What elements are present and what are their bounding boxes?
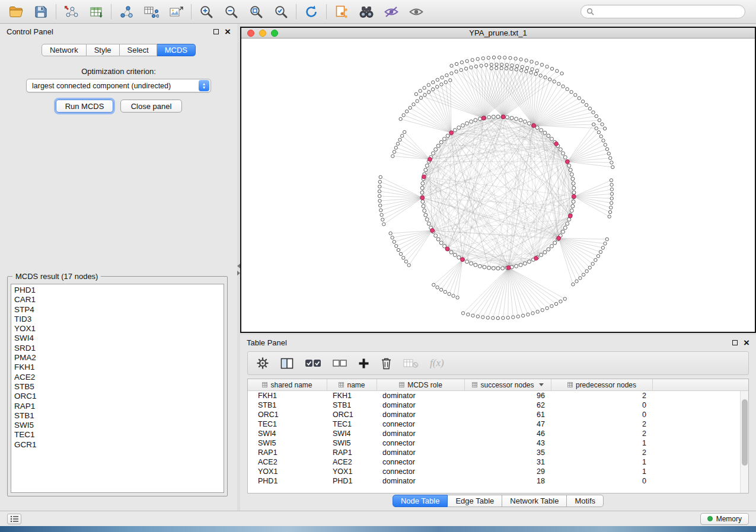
- close-panel-icon[interactable]: ×: [744, 339, 749, 346]
- tab-style[interactable]: Style: [87, 44, 120, 56]
- table-tab-node-table[interactable]: Node Table: [393, 495, 448, 507]
- column-header-shared-name[interactable]: shared name: [248, 379, 327, 390]
- result-node-item[interactable]: SRD1: [14, 344, 224, 353]
- save-session-button[interactable]: [28, 2, 53, 21]
- search-input[interactable]: [598, 8, 739, 16]
- column-header-predecessor-nodes[interactable]: predecessor nodes: [551, 379, 653, 390]
- mcds-result-list[interactable]: PHD1CAR1STP4TID3YOX1SWI4SRD1PMA2FKH1ACE2…: [11, 284, 224, 493]
- float-panel-icon[interactable]: [213, 29, 219, 34]
- table-cell: 31: [465, 457, 551, 467]
- traffic-light-close[interactable]: [247, 30, 254, 37]
- table-cell: connector: [377, 438, 465, 448]
- apply-layout-button[interactable]: [299, 2, 324, 21]
- tab-network[interactable]: Network: [42, 44, 87, 56]
- table-row[interactable]: YOX1YOX1connector291: [248, 467, 748, 476]
- result-node-item[interactable]: ORC1: [14, 392, 224, 401]
- result-node-item[interactable]: ACE2: [14, 373, 224, 382]
- export-image-icon: [169, 5, 184, 18]
- tab-mcds[interactable]: MCDS: [157, 44, 196, 56]
- result-node-item[interactable]: SWI5: [14, 421, 224, 430]
- table-settings-button[interactable]: [256, 357, 269, 370]
- traffic-light-zoom[interactable]: [271, 30, 278, 37]
- traffic-light-minimize[interactable]: [259, 30, 266, 37]
- result-node-item[interactable]: STB1: [14, 411, 224, 421]
- close-panel-icon[interactable]: ×: [225, 28, 231, 35]
- clone-network-button[interactable]: [329, 2, 354, 21]
- result-node-item[interactable]: FKH1: [14, 363, 224, 372]
- table-tab-motifs[interactable]: Motifs: [567, 495, 604, 507]
- scrollbar-thumb[interactable]: [742, 399, 748, 466]
- import-network-button[interactable]: [59, 2, 84, 21]
- result-node-item[interactable]: TID3: [14, 315, 224, 324]
- memory-button[interactable]: Memory: [700, 513, 749, 525]
- table-cell: 2: [551, 391, 653, 400]
- table-network-icon: [143, 5, 159, 18]
- result-node-item[interactable]: PHD1: [14, 286, 224, 295]
- show-elements-button[interactable]: [404, 2, 429, 21]
- table-cell: connector: [377, 467, 465, 476]
- zoom-selected-button[interactable]: [269, 2, 294, 21]
- zoom-in-button[interactable]: [194, 2, 219, 21]
- import-table-button[interactable]: [84, 2, 109, 21]
- result-node-item[interactable]: YOX1: [14, 324, 224, 334]
- table-cell: TEC1: [327, 419, 377, 429]
- criterion-dropdown[interactable]: largest connected component (undirected)…: [26, 79, 211, 92]
- result-node-item[interactable]: SWI4: [14, 334, 224, 343]
- network-from-table-button[interactable]: [139, 2, 164, 21]
- tab-select[interactable]: Select: [120, 44, 157, 56]
- zoom-out-button[interactable]: [219, 2, 244, 21]
- result-node-item[interactable]: TEC1: [14, 430, 224, 440]
- result-node-item[interactable]: GCR1: [14, 440, 224, 450]
- new-network-button[interactable]: [114, 2, 139, 21]
- result-node-item[interactable]: PMA2: [14, 353, 224, 363]
- node-table: shared namenameMCDS rolesuccessor nodesp…: [247, 379, 749, 493]
- table-row[interactable]: ORC1ORC1dominator610: [248, 410, 748, 419]
- table-row[interactable]: SWI4SWI4dominator462: [248, 429, 748, 438]
- float-panel-icon[interactable]: [732, 340, 738, 345]
- status-menu-button[interactable]: [7, 514, 21, 524]
- function-builder-button: f(x): [430, 357, 444, 369]
- column-header-MCDS-role[interactable]: MCDS role: [377, 379, 465, 390]
- table-cell: 61: [465, 410, 551, 419]
- table-scrollbar[interactable]: [740, 391, 748, 493]
- search-box[interactable]: [580, 5, 745, 18]
- table-row[interactable]: RAP1RAP1dominator352: [248, 448, 748, 457]
- show-columns-button[interactable]: [280, 358, 294, 369]
- network-graph[interactable]: [241, 39, 755, 330]
- deselect-all-button[interactable]: [333, 359, 347, 368]
- column-header-name[interactable]: name: [327, 379, 377, 390]
- table-row[interactable]: TEC1TEC1connector472: [248, 419, 748, 429]
- table-disabled-icon: [403, 358, 419, 368]
- result-node-item[interactable]: STB5: [14, 382, 224, 392]
- select-all-button[interactable]: [305, 358, 321, 368]
- delete-column-button[interactable]: [381, 357, 392, 370]
- network-window: YPA_prune.txt_1: [240, 27, 756, 333]
- network-titlebar[interactable]: YPA_prune.txt_1: [241, 28, 755, 39]
- close-panel-button[interactable]: Close panel: [120, 100, 182, 113]
- zoom-in-icon: [199, 5, 213, 19]
- table-cell: dominator: [377, 429, 465, 438]
- table-tab-edge-table[interactable]: Edge Table: [448, 495, 502, 507]
- table-tab-network-table[interactable]: Network Table: [502, 495, 567, 507]
- result-node-item[interactable]: CAR1: [14, 295, 224, 305]
- export-image-button[interactable]: [164, 2, 189, 21]
- table-row[interactable]: FKH1FKH1dominator962: [248, 391, 748, 400]
- table-row[interactable]: STB1STB1dominator620: [248, 400, 748, 410]
- add-column-button[interactable]: [358, 358, 369, 369]
- run-mcds-button[interactable]: Run MCDS: [56, 100, 113, 113]
- zoom-fit-button[interactable]: [244, 2, 269, 21]
- find-button[interactable]: [354, 2, 379, 21]
- table-cell: 46: [465, 429, 551, 438]
- hide-elements-button[interactable]: [379, 2, 404, 21]
- column-header-successor-nodes[interactable]: successor nodes: [465, 379, 551, 390]
- eye-icon: [409, 6, 424, 18]
- table-cell: ACE2: [248, 457, 327, 467]
- table-cell: connector: [377, 419, 465, 429]
- table-cell: 2: [551, 448, 653, 457]
- table-row[interactable]: PHD1PHD1dominator180: [248, 476, 748, 486]
- open-file-button[interactable]: [4, 2, 28, 21]
- result-node-item[interactable]: STP4: [14, 305, 224, 315]
- result-node-item[interactable]: RAP1: [14, 402, 224, 411]
- table-row[interactable]: ACE2ACE2connector311: [248, 457, 748, 467]
- table-row[interactable]: SWI5SWI5connector431: [248, 438, 748, 448]
